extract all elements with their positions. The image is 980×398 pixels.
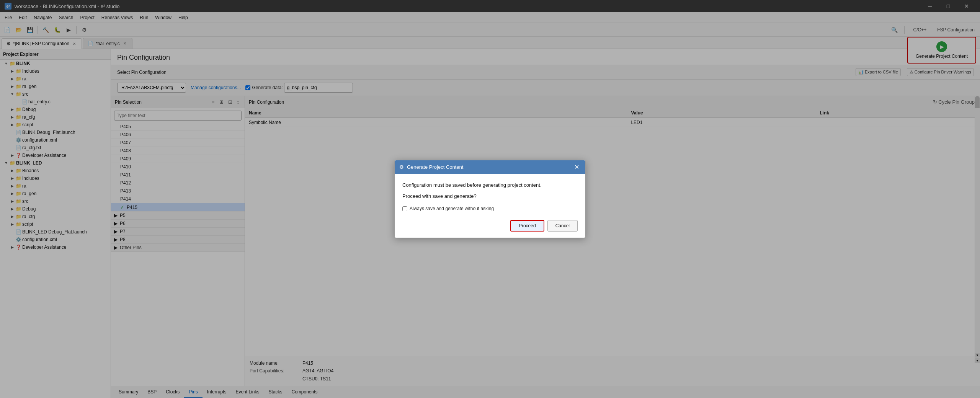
modal-header-icon: ⚙	[399, 164, 404, 170]
cancel-button[interactable]: Cancel	[547, 220, 578, 232]
modal-header: ⚙ Generate Project Content ✕	[395, 160, 585, 174]
proceed-button[interactable]: Proceed	[510, 220, 544, 232]
modal-title: Generate Project Content	[407, 164, 463, 170]
modal-message1: Configuration must be saved before gener…	[402, 181, 578, 189]
modal-close-button[interactable]: ✕	[573, 163, 581, 171]
modal-header-left: ⚙ Generate Project Content	[399, 164, 463, 170]
modal-checkbox-row: Always save and generate without asking	[402, 205, 578, 212]
modal-message2: Proceed with save and generate?	[402, 192, 578, 201]
modal-body: Configuration must be saved before gener…	[395, 174, 585, 216]
modal-footer: Proceed Cancel	[395, 216, 585, 238]
always-save-checkbox[interactable]	[402, 206, 407, 211]
modal-dialog: ⚙ Generate Project Content ✕ Configurati…	[394, 160, 586, 238]
modal-overlay: ⚙ Generate Project Content ✕ Configurati…	[0, 0, 980, 398]
always-save-label: Always save and generate without asking	[410, 205, 494, 212]
